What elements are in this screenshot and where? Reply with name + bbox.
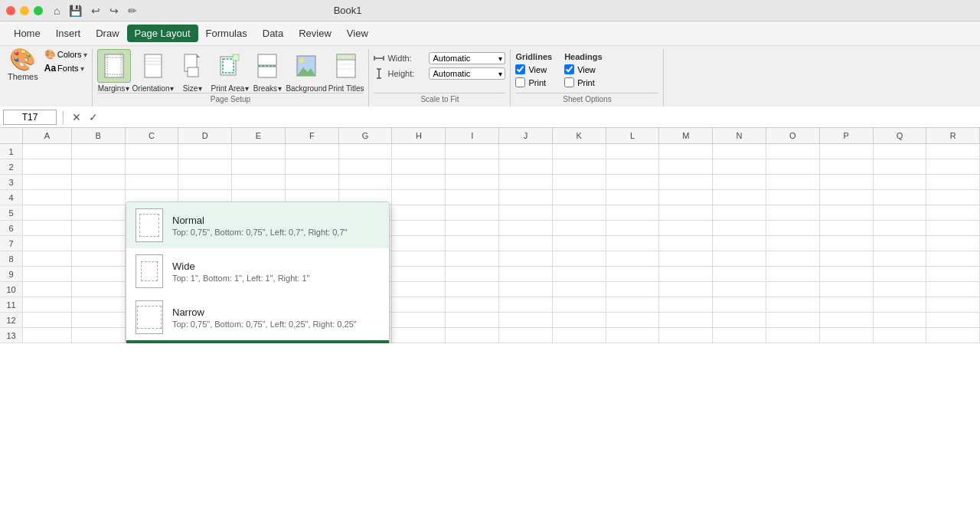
- orientation-button[interactable]: Orientation▾: [132, 49, 175, 93]
- cell-ref-input[interactable]: [3, 110, 57, 125]
- col-header-N[interactable]: N: [713, 128, 766, 143]
- cell-H4[interactable]: [392, 190, 446, 205]
- cell-A4[interactable]: [23, 190, 72, 205]
- cell-J13[interactable]: [499, 328, 553, 343]
- cell-I4[interactable]: [446, 190, 499, 205]
- cell-J4[interactable]: [499, 190, 553, 205]
- cell-G2[interactable]: [339, 159, 393, 175]
- cell-R5[interactable]: [926, 205, 980, 221]
- cell-B2[interactable]: [72, 159, 126, 175]
- cell-Q8[interactable]: [874, 251, 927, 267]
- row-num-10[interactable]: 10: [0, 282, 23, 297]
- cell-M8[interactable]: [659, 251, 713, 267]
- background-icon-box[interactable]: [289, 49, 323, 83]
- redo-icon[interactable]: ↪: [108, 3, 120, 18]
- cell-O10[interactable]: [766, 282, 820, 297]
- cell-K1[interactable]: [553, 144, 606, 159]
- cell-L12[interactable]: [606, 313, 660, 328]
- cell-J2[interactable]: [499, 159, 553, 175]
- cell-L4[interactable]: [606, 190, 660, 205]
- cell-M13[interactable]: [659, 328, 713, 343]
- dropdown-item-normal[interactable]: Normal Top: 0,75", Bottom: 0,75", Left: …: [126, 202, 389, 248]
- cell-Q5[interactable]: [874, 205, 927, 221]
- menu-data[interactable]: Data: [255, 25, 291, 42]
- cell-A13[interactable]: [23, 328, 72, 343]
- cell-J8[interactable]: [499, 251, 553, 267]
- cell-H10[interactable]: [392, 282, 446, 297]
- cell-G1[interactable]: [339, 144, 393, 159]
- col-header-Q[interactable]: Q: [874, 128, 927, 143]
- cell-E2[interactable]: [232, 159, 286, 175]
- cell-K12[interactable]: [553, 313, 606, 328]
- col-header-O[interactable]: O: [766, 128, 820, 143]
- cell-A5[interactable]: [23, 205, 72, 221]
- cell-Q7[interactable]: [874, 236, 927, 251]
- cell-Q11[interactable]: [874, 297, 927, 313]
- menu-review[interactable]: Review: [291, 25, 339, 42]
- cell-F1[interactable]: [286, 144, 339, 159]
- undo-icon[interactable]: ↩: [90, 3, 102, 18]
- cell-P1[interactable]: [820, 144, 874, 159]
- cell-N4[interactable]: [713, 190, 766, 205]
- cell-I9[interactable]: [446, 267, 499, 282]
- cell-P11[interactable]: [820, 297, 874, 313]
- cell-Q12[interactable]: [874, 313, 927, 328]
- cell-N5[interactable]: [713, 205, 766, 221]
- cell-O3[interactable]: [766, 175, 820, 190]
- cell-B9[interactable]: [72, 267, 126, 282]
- cell-B5[interactable]: [72, 205, 126, 221]
- row-num-4[interactable]: 4: [0, 190, 23, 205]
- cell-A9[interactable]: [23, 267, 72, 282]
- cell-L6[interactable]: [606, 221, 660, 236]
- cell-L1[interactable]: [606, 144, 660, 159]
- cell-N7[interactable]: [713, 236, 766, 251]
- cell-R6[interactable]: [926, 221, 980, 236]
- breaks-icon-box[interactable]: [250, 49, 284, 83]
- cell-N3[interactable]: [713, 175, 766, 190]
- cell-N1[interactable]: [713, 144, 766, 159]
- cell-P9[interactable]: [820, 267, 874, 282]
- cell-O6[interactable]: [766, 221, 820, 236]
- cell-J11[interactable]: [499, 297, 553, 313]
- cell-A10[interactable]: [23, 282, 72, 297]
- cell-J9[interactable]: [499, 267, 553, 282]
- cell-M3[interactable]: [659, 175, 713, 190]
- cell-I6[interactable]: [446, 221, 499, 236]
- cell-H3[interactable]: [392, 175, 446, 190]
- row-num-2[interactable]: 2: [0, 159, 23, 175]
- row-num-11[interactable]: 11: [0, 297, 23, 313]
- cell-N11[interactable]: [713, 297, 766, 313]
- cell-H12[interactable]: [392, 313, 446, 328]
- cell-R12[interactable]: [926, 313, 980, 328]
- size-button[interactable]: Size▾: [175, 49, 209, 93]
- cell-H13[interactable]: [392, 328, 446, 343]
- row-num-6[interactable]: 6: [0, 221, 23, 236]
- cell-B13[interactable]: [72, 328, 126, 343]
- cell-O4[interactable]: [766, 190, 820, 205]
- height-select[interactable]: Automatic: [429, 67, 505, 80]
- cell-B11[interactable]: [72, 297, 126, 313]
- cell-E3[interactable]: [232, 175, 286, 190]
- cell-H5[interactable]: [392, 205, 446, 221]
- print-area-icon-box[interactable]: [213, 49, 247, 83]
- margins-icon-box[interactable]: [97, 49, 131, 83]
- cell-Q13[interactable]: [874, 328, 927, 343]
- cell-I8[interactable]: [446, 251, 499, 267]
- cell-R3[interactable]: [926, 175, 980, 190]
- cell-Q2[interactable]: [874, 159, 927, 175]
- custom-margins-button[interactable]: Custom Margins...: [126, 340, 389, 343]
- cell-M6[interactable]: [659, 221, 713, 236]
- row-num-9[interactable]: 9: [0, 267, 23, 282]
- cell-J1[interactable]: [499, 144, 553, 159]
- row-num-3[interactable]: 3: [0, 175, 23, 190]
- cell-O11[interactable]: [766, 297, 820, 313]
- cell-R9[interactable]: [926, 267, 980, 282]
- cell-R11[interactable]: [926, 297, 980, 313]
- cell-O7[interactable]: [766, 236, 820, 251]
- cell-N9[interactable]: [713, 267, 766, 282]
- background-button[interactable]: Background: [286, 49, 326, 93]
- headings-print-checkbox[interactable]: [564, 77, 574, 87]
- size-icon-box[interactable]: [175, 49, 209, 83]
- menu-draw[interactable]: Draw: [88, 25, 126, 42]
- col-header-I[interactable]: I: [446, 128, 499, 143]
